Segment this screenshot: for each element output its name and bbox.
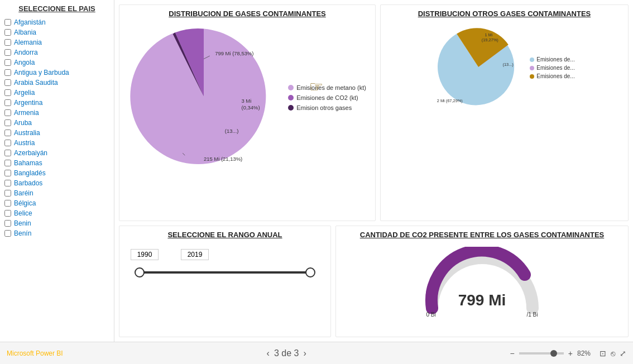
year-end-box[interactable]: 2019 — [181, 249, 209, 260]
country-label: Azerbaiyán — [14, 149, 47, 157]
country-checkbox[interactable] — [4, 230, 11, 237]
small-pie-title: DISTRIBUCION OTROS GASES CONTAMINANTES — [385, 9, 624, 18]
country-list: AfganistánAlbaniaAlemaniaAndorraAngolaAn… — [4, 17, 114, 238]
country-checkbox[interactable] — [4, 19, 11, 26]
footer-brand[interactable]: Microsoft Power BI — [7, 349, 63, 357]
country-item[interactable]: Albania — [4, 27, 114, 37]
main-pie-section: DISTRIBUCION DE GASES CONTAMINANTES — [119, 4, 376, 221]
country-label: Australia — [14, 129, 40, 137]
small-pie-legend: Emisiones de... Emisiones de... Emisione… — [530, 56, 574, 79]
small-pie-chart[interactable]: 1 Mi (19,27%) 2 Mi (67,29%) (13...) — [434, 22, 523, 112]
country-checkbox[interactable] — [4, 69, 11, 76]
fit-screen-icon[interactable]: ⊡ — [600, 349, 606, 358]
small-pie-chart-container: 1 Mi (19,27%) 2 Mi (67,29%) (13...) — [434, 22, 523, 113]
charts-bottom-row: SELECCIONE EL RANGO ANUAL 1990 2019 — [119, 226, 629, 337]
country-checkbox[interactable] — [4, 150, 11, 156]
range-section: SELECCIONE EL RANGO ANUAL 1990 2019 — [119, 226, 331, 337]
country-label: Angola — [14, 59, 35, 66]
country-item[interactable]: Bahamas — [4, 158, 114, 168]
footer-pagination: ‹ 3 de 3 › — [267, 348, 306, 358]
country-checkbox[interactable] — [4, 109, 11, 116]
zoom-plus[interactable]: + — [568, 349, 573, 358]
slider-track[interactable] — [140, 271, 310, 274]
country-checkbox[interactable] — [4, 119, 11, 126]
prev-page-button[interactable]: ‹ — [267, 348, 270, 358]
country-item[interactable]: Alemania — [4, 37, 114, 47]
small-legend-3: Emisiones de... — [530, 73, 574, 79]
page-label: 3 de 3 — [274, 348, 299, 358]
hand-icon: ☞ — [309, 78, 323, 95]
country-item[interactable]: Arabia Saudita — [4, 78, 114, 88]
country-checkbox[interactable] — [4, 59, 11, 66]
country-item[interactable]: Baréin — [4, 188, 114, 198]
gauge-label-max: /1 Bi — [526, 312, 538, 318]
main-pie-chart[interactable]: 799 Mi (78,53%) 215 Mi (21,13%) 3 Mi (0,… — [128, 21, 279, 172]
country-checkbox[interactable] — [4, 210, 11, 217]
country-item[interactable]: Armenia — [4, 108, 114, 118]
country-checkbox[interactable] — [4, 190, 11, 197]
country-item[interactable]: Aruba — [4, 118, 114, 128]
country-checkbox[interactable] — [4, 140, 11, 146]
small-legend-1: Emisiones de... — [530, 56, 574, 63]
content-area: SELECCIONE EL PAIS AfganistánAlbaniaAlem… — [0, 0, 633, 342]
country-label: Bangladés — [14, 169, 46, 177]
range-title: SELECCIONE EL RANGO ANUAL — [124, 231, 326, 239]
small-pie-wrapper: 1 Mi (19,27%) 2 Mi (67,29%) (13...) — [385, 22, 624, 113]
zoom-slider[interactable] — [519, 352, 564, 355]
country-checkbox[interactable] — [4, 200, 11, 207]
zoom-minus[interactable]: − — [510, 349, 515, 358]
country-checkbox[interactable] — [4, 29, 11, 36]
country-item[interactable]: Afganistán — [4, 17, 114, 27]
powerbi-link[interactable]: Microsoft Power BI — [7, 349, 63, 357]
country-item[interactable]: Argelia — [4, 88, 114, 98]
range-container: 1990 2019 — [124, 242, 326, 291]
share-icon[interactable]: ⎋ — [611, 349, 615, 358]
country-checkbox[interactable] — [4, 170, 11, 176]
country-sidebar[interactable]: SELECCIONE EL PAIS AfganistánAlbaniaAlem… — [0, 0, 114, 342]
slider-handle-right[interactable] — [305, 267, 315, 277]
year-start-box[interactable]: 1990 — [131, 249, 159, 260]
country-label: Bélgica — [14, 199, 36, 207]
gauge-value-container: 799 Mi — [458, 291, 506, 309]
country-label: Antigua y Barbuda — [14, 69, 69, 76]
country-item[interactable]: Benín — [4, 228, 114, 238]
country-item[interactable]: Benin — [4, 218, 114, 228]
small-pie-section: DISTRIBUCION OTROS GASES CONTAMINANTES — [380, 4, 629, 221]
country-item[interactable]: Belice — [4, 208, 114, 218]
country-item[interactable]: Argentina — [4, 98, 114, 108]
country-item[interactable]: Bélgica — [4, 198, 114, 208]
footer-controls: − + 82% ⊡ ⎋ ⤢ — [510, 349, 626, 358]
country-item[interactable]: Andorra — [4, 47, 114, 58]
country-checkbox[interactable] — [4, 39, 11, 46]
country-item[interactable]: Australia — [4, 128, 114, 138]
country-item[interactable]: Azerbaiyán — [4, 148, 114, 158]
fullscreen-icon[interactable]: ⤢ — [620, 349, 626, 358]
country-checkbox[interactable] — [4, 160, 11, 166]
country-checkbox[interactable] — [4, 79, 11, 86]
country-checkbox[interactable] — [4, 180, 11, 186]
country-label: Alemania — [14, 39, 42, 46]
small-legend-label-2: Emisiones de... — [536, 65, 574, 71]
country-item[interactable]: Bangladés — [4, 168, 114, 178]
country-item[interactable]: Barbados — [4, 178, 114, 188]
country-checkbox[interactable] — [4, 49, 11, 56]
range-years: 1990 2019 — [131, 249, 319, 260]
small-legend-dot-2 — [530, 66, 534, 70]
country-item[interactable]: Austria — [4, 138, 114, 148]
slider-handle-left[interactable] — [135, 267, 145, 277]
country-item[interactable]: Antigua y Barbuda — [4, 68, 114, 78]
country-item[interactable]: Angola — [4, 58, 114, 68]
main-pie-title: DISTRIBUCION DE GASES CONTAMINANTES — [124, 9, 371, 18]
gauge-section: CANTIDAD DE CO2 PRESENTE ENTRE LOS GASES… — [335, 226, 629, 337]
country-checkbox[interactable] — [4, 99, 11, 106]
country-label: Arabia Saudita — [14, 79, 58, 87]
country-checkbox[interactable] — [4, 130, 11, 136]
next-page-button[interactable]: › — [303, 348, 306, 358]
small-legend-2: Emisiones de... — [530, 65, 574, 71]
legend-dot-metano — [288, 85, 294, 90]
sidebar-title: SELECCIONE EL PAIS — [4, 4, 114, 13]
small-legend-dot-1 — [530, 58, 534, 62]
gauge-title: CANTIDAD DE CO2 PRESENTE ENTRE LOS GASES… — [341, 231, 624, 239]
country-checkbox[interactable] — [4, 89, 11, 96]
country-checkbox[interactable] — [4, 220, 11, 227]
